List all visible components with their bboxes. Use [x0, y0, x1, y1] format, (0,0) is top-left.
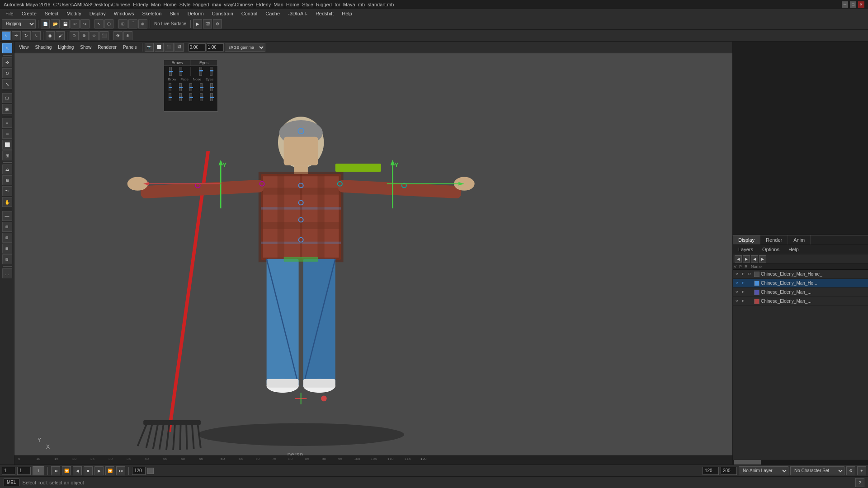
layer-new-btn[interactable]: ▶: [743, 255, 750, 263]
layer-v-2[interactable]: V: [734, 289, 740, 296]
menu-constrain[interactable]: Constrain: [208, 10, 237, 17]
layer-next-btn[interactable]: ◀: [751, 255, 758, 263]
layer-p-1[interactable]: P: [740, 280, 746, 286]
viewport-lighting-menu[interactable]: Lighting: [55, 44, 76, 51]
layer-btn-2[interactable]: ▤: [2, 222, 12, 232]
menu-create[interactable]: Create: [18, 10, 40, 17]
maximize-button[interactable]: □: [850, 1, 856, 8]
goto-end-btn[interactable]: ⏭: [116, 466, 125, 475]
close-button[interactable]: ✕: [858, 1, 864, 8]
layer-row-0[interactable]: V P R Chinese_Elderly_Man_Home_: [733, 270, 868, 279]
step-fwd-btn[interactable]: ⏩: [105, 466, 114, 475]
render-btn[interactable]: ▶: [193, 19, 202, 28]
smooth-btn[interactable]: ≋: [2, 175, 12, 185]
lasso-mode-btn[interactable]: ⬡: [2, 93, 12, 103]
slider-brow-r[interactable]: [179, 67, 182, 76]
layer-subtab-options[interactable]: Options: [759, 246, 783, 253]
select-btn[interactable]: ↖: [94, 19, 104, 28]
menu-deform[interactable]: Deform: [184, 10, 208, 17]
vp-wire-btn[interactable]: ⬜: [155, 43, 164, 52]
slider-eye-r[interactable]: [210, 67, 212, 76]
play-back-btn[interactable]: ◀: [73, 466, 82, 475]
menu-3dtoall[interactable]: -3DtoAll-: [284, 10, 311, 17]
play-fwd-btn[interactable]: ▶: [94, 466, 104, 475]
slider-s10[interactable]: [210, 93, 213, 101]
menu-display[interactable]: Display: [86, 10, 109, 17]
character-set-dropdown[interactable]: No Character Set: [790, 466, 844, 475]
mode-dropdown[interactable]: Rigging Animation Modeling: [2, 19, 36, 28]
slider-s3[interactable]: [189, 83, 192, 91]
layer-v-0[interactable]: V: [734, 271, 740, 277]
layer-row-3[interactable]: V P Chinese_Elderly_Man_...: [733, 297, 868, 306]
soft-select-btn[interactable]: ◉: [46, 31, 55, 40]
viewport-renderer-menu[interactable]: Renderer: [95, 44, 119, 51]
rotate-mode-btn[interactable]: ↻: [2, 68, 12, 78]
menu-help[interactable]: Help: [338, 10, 356, 17]
face-btn[interactable]: ⬜: [2, 140, 12, 150]
snap-point-btn[interactable]: ⊕: [138, 19, 147, 28]
slider-s4[interactable]: [200, 83, 203, 91]
anim-end-field-2[interactable]: [721, 467, 737, 475]
layer-btn-5[interactable]: ▧: [2, 254, 12, 264]
viewport-show-menu[interactable]: Show: [77, 44, 94, 51]
lasso-btn[interactable]: ⬡: [104, 19, 113, 28]
ipr-btn[interactable]: 🎬: [203, 19, 212, 28]
slider-s2[interactable]: [179, 83, 182, 91]
viewport-panels-menu[interactable]: Panels: [120, 44, 140, 51]
joint-btn[interactable]: ⊙: [70, 31, 79, 40]
step-back-btn[interactable]: ⏪: [62, 466, 71, 475]
layer-p-2[interactable]: P: [740, 289, 746, 296]
freeze-btn[interactable]: ❄: [123, 31, 132, 40]
loop-indicator[interactable]: [147, 468, 154, 474]
select-tool-btn[interactable]: ↖: [2, 31, 11, 40]
select-mode-btn[interactable]: ↖: [2, 43, 12, 53]
menu-control[interactable]: Control: [238, 10, 261, 17]
layer-prev-btn[interactable]: ◀: [735, 255, 742, 263]
grab-btn[interactable]: ✋: [2, 197, 12, 207]
vp-solid-btn[interactable]: ⬛: [165, 43, 174, 52]
start-frame-input[interactable]: [2, 467, 15, 475]
vp-cam-btn[interactable]: 📷: [145, 43, 154, 52]
layer-btn-3[interactable]: ▥: [2, 233, 12, 243]
edge-btn[interactable]: ━: [2, 129, 12, 139]
menu-skin[interactable]: Skin: [166, 10, 183, 17]
minimize-button[interactable]: ─: [842, 1, 848, 8]
snap-grid-btn[interactable]: ⊞: [118, 19, 127, 28]
current-frame-input[interactable]: [17, 467, 31, 475]
menu-modify[interactable]: Modify: [63, 10, 85, 17]
layer-subtab-layers[interactable]: Layers: [735, 246, 757, 253]
layer-v-1[interactable]: V: [734, 280, 740, 286]
layer-p-0[interactable]: P: [740, 271, 746, 277]
viewport-view-menu[interactable]: View: [16, 44, 32, 51]
paint-select-btn[interactable]: ◉: [2, 104, 12, 114]
viewport-shading-menu[interactable]: Shading: [33, 44, 55, 51]
goto-start-btn[interactable]: ⏮: [51, 466, 60, 475]
vertex-btn[interactable]: •: [2, 118, 12, 128]
snap-curve-btn[interactable]: ⌒: [128, 19, 137, 28]
menu-redshift[interactable]: Redshift: [312, 10, 337, 17]
mel-label[interactable]: MEL: [4, 479, 19, 486]
layer-tab-anim[interactable]: Anim: [788, 235, 811, 244]
timeline-ruler[interactable]: 1 5 10 15 20 25 30 35 40 45 50 55 60 65 …: [0, 456, 732, 465]
char-set-btn-1[interactable]: ⚙: [846, 466, 855, 475]
redo-btn[interactable]: ↪: [80, 19, 90, 28]
end-frame-input[interactable]: [132, 467, 146, 475]
anim-end-field[interactable]: [703, 467, 719, 475]
anim-layer-dropdown[interactable]: No Anim Layer: [739, 466, 788, 475]
menu-windows[interactable]: Windows: [110, 10, 138, 17]
layer-r-0[interactable]: R: [746, 271, 753, 277]
new-scene-btn[interactable]: 📄: [41, 19, 50, 28]
slider-s5[interactable]: [210, 83, 213, 91]
char-set-btn-2[interactable]: +: [857, 466, 866, 475]
show-hide-btn[interactable]: 👁: [113, 31, 123, 40]
scale-mode-btn[interactable]: ⤡: [2, 79, 12, 89]
layer-p-3[interactable]: P: [740, 298, 746, 305]
layer-row-1[interactable]: V P Chinese_Elderly_Man_Ho...: [733, 279, 868, 288]
sculpt-btn[interactable]: ⛰: [2, 164, 12, 174]
slider-s1[interactable]: [169, 83, 171, 91]
vp-texture-btn[interactable]: 🖼: [175, 43, 184, 52]
help-line-btn[interactable]: ?: [855, 478, 864, 487]
save-btn[interactable]: 💾: [61, 19, 70, 28]
lattice-btn[interactable]: ⬛: [99, 31, 108, 40]
cluster-btn[interactable]: ☆: [90, 31, 99, 40]
